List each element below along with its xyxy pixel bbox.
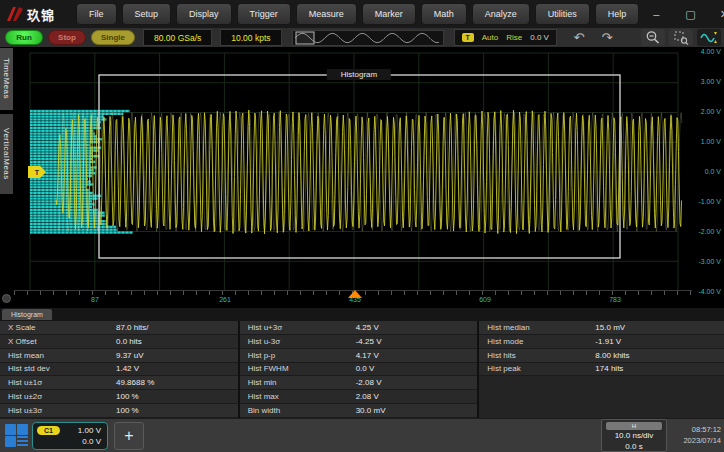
table-row: Hist u±2σ100 %: [0, 390, 238, 404]
table-row: Hist u±3σ100 %: [0, 404, 238, 418]
channel-c1-card[interactable]: C1 1.00 V 0.0 V: [32, 422, 108, 450]
meas-value: 2.08 V: [356, 392, 379, 401]
autoset-button[interactable]: [697, 29, 721, 46]
menu-math[interactable]: Math: [421, 3, 467, 25]
menu-setup[interactable]: Setup: [122, 3, 172, 25]
grid-cell-lines: [17, 436, 28, 447]
brand-logo: 玖锦: [0, 5, 70, 24]
meas-value: -2.08 V: [356, 378, 382, 387]
x-axis-label: 87: [91, 296, 99, 303]
run-button[interactable]: Run: [5, 30, 43, 45]
measurement-column-3: Hist median15.0 mV Hist mode-1.91 V Hist…: [477, 321, 724, 418]
x-axis-label: 435: [349, 296, 361, 303]
meas-label: Hist mean: [0, 351, 116, 360]
table-row: Hist mean9.37 uV: [0, 349, 238, 363]
undo-button[interactable]: ↶: [567, 29, 591, 46]
meas-label: Hist FWHM: [240, 364, 356, 373]
histogram-box-label[interactable]: Histogram: [327, 69, 391, 80]
meas-label: Hist u-3σ: [240, 337, 356, 346]
maximize-button[interactable]: ▢: [673, 2, 707, 26]
brand-logo-icon: [6, 6, 24, 22]
channel-bar: C1 1.00 V 0.0 V + H 10.0 ns/div 0.0 s 08…: [0, 418, 724, 452]
zoom-out-icon: [645, 30, 661, 45]
sidebar-tab-verticalmeas[interactable]: VerticalMeas: [0, 114, 13, 196]
table-row: Hist min-2.08 V: [240, 376, 478, 390]
horizontal-scale: 10.0 ns/div: [602, 431, 666, 440]
clock-date: 2023/07/14: [683, 435, 721, 446]
corner-icon[interactable]: [2, 294, 11, 303]
menu-measure[interactable]: Measure: [296, 3, 357, 25]
title-bar: 玖锦 File Setup Display Trigger Measure Ma…: [0, 0, 724, 28]
table-row: Hist median15.0 mV: [479, 321, 724, 335]
acquisition-toolbar: Run Stop Single 80.00 GSa/s 10.00 kpts T…: [0, 28, 724, 48]
sidebar-tab-timemeas[interactable]: TimeMeas: [0, 48, 13, 112]
meas-value: 1.42 V: [116, 364, 139, 373]
meas-value: 87.0 hits/: [116, 323, 148, 332]
close-button[interactable]: ✕: [707, 2, 724, 26]
sample-rate-box[interactable]: 80.00 GSa/s: [143, 29, 212, 46]
grid-cell: [5, 436, 16, 447]
table-row: Hist hits8.00 khits: [479, 349, 724, 363]
meas-label: Hist u±3σ: [0, 406, 116, 415]
empty-table-area: [479, 376, 724, 418]
table-row: Hist u±1σ49.8688 %: [0, 376, 238, 390]
grid-layout-icon[interactable]: [5, 424, 29, 447]
system-clock: 08:57:12 2023/07/14: [683, 424, 721, 446]
zoom-select-button[interactable]: [669, 29, 693, 46]
y-axis-label: 2.00 V: [701, 107, 721, 117]
minimize-button[interactable]: –: [639, 2, 673, 26]
y-axis-label: -4.00 V: [698, 287, 721, 297]
stop-button[interactable]: Stop: [48, 30, 86, 45]
menu-trigger[interactable]: Trigger: [237, 3, 291, 25]
y-axis-label: 4.00 V: [701, 47, 721, 57]
single-button[interactable]: Single: [91, 30, 135, 45]
meas-value: 4.25 V: [356, 323, 379, 332]
menu-file[interactable]: File: [76, 3, 117, 25]
meas-label: Hist u+3σ: [240, 323, 356, 332]
meas-label: Hist max: [240, 392, 356, 401]
zoom-out-button[interactable]: [641, 29, 665, 46]
horizontal-settings-box[interactable]: H 10.0 ns/div 0.0 s: [601, 419, 667, 452]
meas-label: Hist u±1σ: [0, 378, 116, 387]
channel-scale: 1.00 V: [78, 426, 101, 435]
meas-label: Hist p-p: [240, 351, 356, 360]
grid-cell: [5, 424, 16, 435]
channel-offset: 0.0 V: [82, 437, 101, 446]
record-length-box[interactable]: 10.00 kpts: [220, 29, 281, 46]
meas-value: 4.17 V: [356, 351, 379, 360]
meas-label: Hist mode: [479, 337, 595, 346]
redo-icon: ↷: [602, 31, 613, 44]
menu-marker[interactable]: Marker: [362, 3, 416, 25]
table-row: Hist p-p4.17 V: [240, 349, 478, 363]
meas-value: 100 %: [116, 392, 139, 401]
menu-analyze[interactable]: Analyze: [472, 3, 530, 25]
menu-help[interactable]: Help: [595, 3, 640, 25]
trigger-status-box[interactable]: T Auto Rise 0.0 V: [454, 29, 557, 46]
meas-value: -1.91 V: [595, 337, 621, 346]
meas-value: 174 hits: [595, 364, 623, 373]
menu-display[interactable]: Display: [176, 3, 232, 25]
horizontal-position: 0.0 s: [602, 442, 666, 451]
meas-value: 0.0 V: [356, 364, 375, 373]
window-controls: – ▢ ✕: [639, 2, 724, 26]
meas-label: Hist hits: [479, 351, 595, 360]
table-row: Hist u+3σ4.25 V: [240, 321, 478, 335]
autoset-waveform-icon: [700, 30, 718, 45]
channel-badge: C1: [37, 426, 60, 435]
meas-value: -4.25 V: [356, 337, 382, 346]
menu-utilities[interactable]: Utilities: [535, 3, 590, 25]
meas-label: Bin width: [240, 406, 356, 415]
redo-button[interactable]: ↷: [595, 29, 619, 46]
x-axis-label: 783: [609, 296, 621, 303]
table-row: Hist peak174 hits: [479, 363, 724, 377]
table-row: Hist max2.08 V: [240, 390, 478, 404]
timebase-preview-waveform-icon: [293, 31, 443, 45]
meas-label: Hist u±2σ: [0, 392, 116, 401]
waveform-display-area: TimeMeas VerticalMeas Histogram T 4.00 V…: [0, 48, 724, 308]
clock-time: 08:57:12: [683, 424, 721, 435]
measurement-tab-histogram[interactable]: Histogram: [2, 309, 52, 320]
timebase-preview[interactable]: [292, 30, 444, 46]
add-channel-button[interactable]: +: [114, 422, 144, 450]
undo-icon: ↶: [574, 31, 585, 44]
measurement-table: X Scale87.0 hits/ X Offset0.0 hits Hist …: [0, 321, 724, 418]
